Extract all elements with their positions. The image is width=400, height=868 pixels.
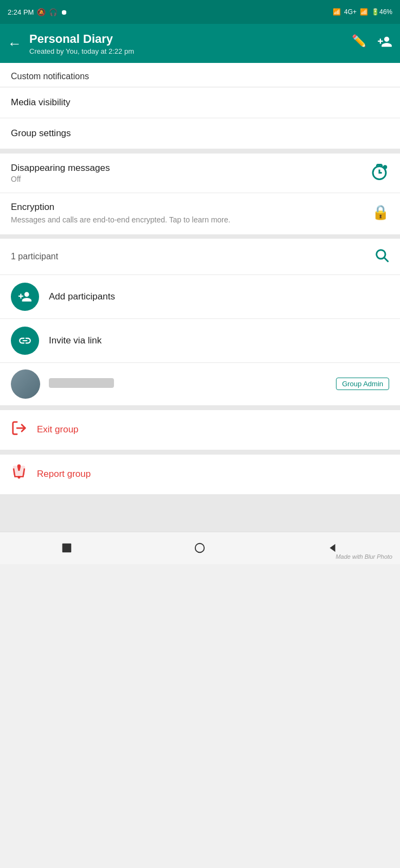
header-title-block: Personal Diary Created by You, today at … (29, 32, 344, 55)
svg-rect-10 (62, 544, 72, 553)
svg-marker-12 (330, 544, 335, 552)
status-right: 📶 4G+ 📶 🔋46% (333, 8, 392, 16)
headphone-icon: 🎧 (49, 8, 58, 16)
back-button[interactable]: ← (8, 35, 22, 52)
4g-icon: 4G+ (344, 8, 357, 16)
invite-via-link-label: Invite via link (49, 335, 101, 346)
section-divider-4 (0, 450, 400, 455)
avatar-image (11, 369, 40, 399)
media-visibility-item[interactable]: Media visibility (0, 87, 400, 118)
disappearing-messages-title: Disappearing messages (11, 163, 110, 174)
bottom-nav: Made with Blur Photo (0, 532, 400, 564)
status-time: 2:24 PM (8, 8, 34, 16)
group-title: Personal Diary (29, 32, 344, 46)
add-participants-label: Add participants (49, 291, 115, 302)
mute-icon: 🔕 (37, 8, 46, 16)
report-group-label: Report group (37, 469, 91, 480)
exit-group-icon (11, 420, 27, 440)
participants-count: 1 participant (11, 252, 58, 261)
invite-icon-circle (11, 327, 39, 355)
add-participant-icon[interactable] (377, 34, 392, 53)
custom-notifications-item[interactable]: Custom notifications (0, 63, 400, 87)
encryption-subtitle: Messages and calls are end-to-end encryp… (11, 215, 230, 226)
invite-via-link-item[interactable]: Invite via link (0, 319, 400, 363)
report-group-icon (11, 464, 27, 484)
encryption-title: Encryption (11, 202, 230, 213)
section-divider-5 (0, 495, 400, 499)
participant-name-block (49, 378, 327, 390)
lock-icon: 🔒 (372, 204, 389, 221)
spacer (0, 499, 400, 532)
header: ← Personal Diary Created by You, today a… (0, 24, 400, 63)
participant-avatar (11, 369, 40, 399)
section-divider-2 (0, 234, 400, 239)
nav-square-button[interactable] (53, 534, 80, 561)
battery-icon: 🔋46% (371, 8, 392, 16)
svg-point-11 (195, 544, 205, 553)
header-icons: ✏️ (352, 34, 392, 53)
watermark: Made with Blur Photo (335, 553, 392, 560)
edit-icon[interactable]: ✏️ (352, 34, 366, 53)
record-icon: ⏺ (61, 8, 68, 16)
participant-row[interactable]: Group Admin (0, 363, 400, 406)
group-settings-item[interactable]: Group settings (0, 118, 400, 149)
group-admin-badge: Group Admin (336, 378, 389, 390)
section-divider-3 (0, 406, 400, 410)
encryption-item[interactable]: Encryption Messages and calls are end-to… (0, 193, 400, 234)
svg-text:✓: ✓ (383, 165, 385, 169)
encryption-text: Encryption Messages and calls are end-to… (11, 202, 230, 226)
exit-group-item[interactable]: Exit group (0, 410, 400, 450)
signal-icon: 📶 (333, 8, 341, 16)
disappearing-messages-item[interactable]: Disappearing messages Off ✓ (0, 154, 400, 193)
search-participants-button[interactable] (374, 247, 389, 266)
participant-name (49, 378, 114, 388)
status-bar: 2:24 PM 🔕 🎧 ⏺ 📶 4G+ 📶 🔋46% (0, 0, 400, 24)
disappearing-messages-subtitle: Off (11, 175, 110, 183)
exit-group-label: Exit group (37, 424, 79, 435)
timer-icon: ✓ (370, 162, 389, 184)
section-divider-1 (0, 149, 400, 154)
report-group-item[interactable]: Report group (0, 455, 400, 495)
group-settings-label: Group settings (11, 128, 71, 139)
group-subtitle: Created by You, today at 2:22 pm (29, 47, 344, 55)
svg-line-7 (384, 258, 388, 261)
add-participants-icon-circle (11, 283, 39, 311)
add-participants-item[interactable]: Add participants (0, 275, 400, 319)
signal2-icon: 📶 (360, 8, 368, 16)
participants-header: 1 participant (0, 239, 400, 275)
media-visibility-label: Media visibility (11, 97, 71, 108)
svg-rect-9 (13, 465, 26, 475)
status-left: 2:24 PM 🔕 🎧 ⏺ (8, 8, 68, 16)
disappearing-messages-text: Disappearing messages Off (11, 163, 110, 183)
custom-notifications-label: Custom notifications (11, 72, 89, 81)
nav-home-button[interactable] (186, 534, 213, 561)
